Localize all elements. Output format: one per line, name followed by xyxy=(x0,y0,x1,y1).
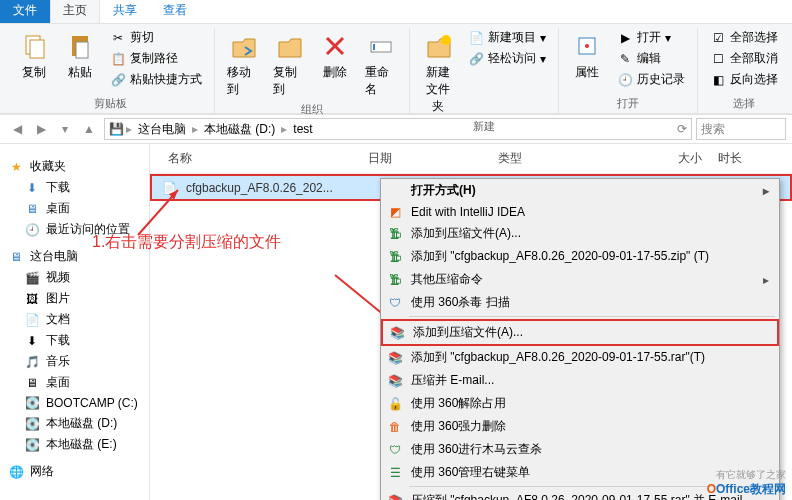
tab-view[interactable]: 查看 xyxy=(150,0,200,23)
recent-icon: 🕘 xyxy=(24,222,40,238)
download-icon: ⬇ xyxy=(24,333,40,349)
history-dropdown[interactable]: ▾ xyxy=(54,118,76,140)
ctx-addzipname[interactable]: 🗜添加到 "cfgbackup_AF8.0.26_2020-09-01-17-5… xyxy=(381,245,779,268)
zip-icon: 🗜 xyxy=(387,272,403,288)
group-clipboard-label: 剪贴板 xyxy=(94,94,127,113)
col-size[interactable]: 大小 xyxy=(610,148,710,169)
ctx-force360[interactable]: 🗑使用 360强力删除 xyxy=(381,415,779,438)
back-button[interactable]: ◀ xyxy=(6,118,28,140)
annotation-arrow-1 xyxy=(133,180,193,240)
ctx-addrar[interactable]: 📚添加到压缩文件(A)... xyxy=(381,319,779,346)
easyaccess-button[interactable]: 🔗轻松访问 ▾ xyxy=(464,49,550,68)
nav-drive-d[interactable]: 💽本地磁盘 (D:) xyxy=(0,413,149,434)
selectall-button[interactable]: ☑全部选择 xyxy=(706,28,782,47)
selectall-icon: ☑ xyxy=(710,30,726,46)
nav-pictures[interactable]: 🖼图片 xyxy=(0,288,149,309)
tab-share[interactable]: 共享 xyxy=(100,0,150,23)
history-icon: 🕘 xyxy=(617,72,633,88)
open-button[interactable]: ▶打开 ▾ xyxy=(613,28,689,47)
edit-button[interactable]: ✎编辑 xyxy=(613,49,689,68)
intellij-icon: ◩ xyxy=(387,204,403,220)
ctx-scan360[interactable]: 🛡使用 360杀毒 扫描 xyxy=(381,291,779,314)
col-type[interactable]: 类型 xyxy=(490,148,610,169)
copypath-button[interactable]: 📋复制路径 xyxy=(106,49,206,68)
crumb-folder[interactable]: test xyxy=(289,122,316,136)
svg-rect-5 xyxy=(373,44,375,50)
copy-button[interactable]: 复制 xyxy=(14,28,54,83)
nav-bootcamp[interactable]: 💽BOOTCAMP (C:) xyxy=(0,393,149,413)
download-icon: ⬇ xyxy=(24,180,40,196)
ctx-trojan360[interactable]: 🛡使用 360进行木马云查杀 xyxy=(381,438,779,461)
group-organize-label: 组织 xyxy=(301,100,323,119)
ctx-unlock360[interactable]: 🔓使用 360解除占用 xyxy=(381,392,779,415)
open-icon: ▶ xyxy=(617,30,633,46)
copy-icon xyxy=(18,30,50,62)
nav-network[interactable]: 🌐网络 xyxy=(0,461,149,482)
ctx-othercompress[interactable]: 🗜其他压缩命令▸ xyxy=(381,268,779,291)
nav-desktop[interactable]: 🖥桌面 xyxy=(0,198,149,219)
tab-home[interactable]: 主页 xyxy=(50,0,100,23)
nav-documents[interactable]: 📄文档 xyxy=(0,309,149,330)
path-icon: 📋 xyxy=(110,51,126,67)
paste-label: 粘贴 xyxy=(68,64,92,81)
ctx-emailrar[interactable]: 📚压缩并 E-mail... xyxy=(381,369,779,392)
ctx-openwith[interactable]: 打开方式(H)▸ xyxy=(381,179,779,202)
group-open-label: 打开 xyxy=(617,94,639,113)
cut-button[interactable]: ✂剪切 xyxy=(106,28,206,47)
nav-desktop2[interactable]: 🖥桌面 xyxy=(0,372,149,393)
svg-rect-1 xyxy=(30,40,44,58)
nav-music[interactable]: 🎵音乐 xyxy=(0,351,149,372)
refresh-button[interactable]: ⟳ xyxy=(677,122,687,136)
desktop-icon: 🖥 xyxy=(24,375,40,391)
ribbon: 复制 粘贴 ✂剪切 📋复制路径 🔗粘贴快捷方式 剪贴板 移动到 复制到 删除 重… xyxy=(0,24,792,114)
ctx-addzip[interactable]: 🗜添加到压缩文件(A)... xyxy=(381,222,779,245)
easyaccess-icon: 🔗 xyxy=(468,51,484,67)
forward-button[interactable]: ▶ xyxy=(30,118,52,140)
ctx-separator xyxy=(409,316,775,317)
paste-button[interactable]: 粘贴 xyxy=(60,28,100,83)
moveto-button[interactable]: 移动到 xyxy=(223,28,263,100)
document-icon: 📄 xyxy=(24,312,40,328)
music-icon: 🎵 xyxy=(24,354,40,370)
drive-icon: 💽 xyxy=(24,416,40,432)
up-button[interactable]: ▲ xyxy=(78,118,100,140)
newitem-icon: 📄 xyxy=(468,30,484,46)
props-button[interactable]: 属性 xyxy=(567,28,607,83)
nav-downloads2[interactable]: ⬇下载 xyxy=(0,330,149,351)
invert-button[interactable]: ◧反向选择 xyxy=(706,70,782,89)
crumb-drive[interactable]: 本地磁盘 (D:) xyxy=(200,121,279,138)
newfolder-button[interactable]: 新建 文件夹 xyxy=(418,28,458,117)
drive-icon: 💽 xyxy=(24,437,40,453)
group-select-label: 选择 xyxy=(733,94,755,113)
nav-favorites[interactable]: ★收藏夹 xyxy=(0,156,149,177)
col-date[interactable]: 日期 xyxy=(360,148,490,169)
col-name[interactable]: 名称 xyxy=(160,148,360,169)
rar-icon: 📚 xyxy=(387,493,403,501)
nav-downloads[interactable]: ⬇下载 xyxy=(0,177,149,198)
pasteshortcut-button[interactable]: 🔗粘贴快捷方式 xyxy=(106,70,206,89)
svg-rect-3 xyxy=(76,42,88,58)
delete-icon xyxy=(319,30,351,62)
group-new: 新建 文件夹 📄新建项目 ▾ 🔗轻松访问 ▾ 新建 xyxy=(410,28,559,113)
ctx-addrarname[interactable]: 📚添加到 "cfgbackup_AF8.0.26_2020-09-01-17-5… xyxy=(381,346,779,369)
col-length[interactable]: 时长 xyxy=(710,148,782,169)
newitem-button[interactable]: 📄新建项目 ▾ xyxy=(464,28,550,47)
copyto-button[interactable]: 复制到 xyxy=(269,28,309,100)
nav-videos[interactable]: 🎬视频 xyxy=(0,267,149,288)
history-button[interactable]: 🕘历史记录 xyxy=(613,70,689,89)
crumb-pc[interactable]: 这台电脑 xyxy=(134,121,190,138)
newfolder-icon xyxy=(422,30,454,62)
selectnone-button[interactable]: ☐全部取消 xyxy=(706,49,782,68)
tab-file[interactable]: 文件 xyxy=(0,0,50,23)
svg-point-6 xyxy=(441,35,451,45)
delete-button[interactable]: 删除 xyxy=(315,28,355,83)
breadcrumb[interactable]: 💾 ▸ 这台电脑 ▸ 本地磁盘 (D:) ▸ test ⟳ xyxy=(104,118,692,140)
paste-icon xyxy=(64,30,96,62)
nav-pane: ★收藏夹 ⬇下载 🖥桌面 🕘最近访问的位置 🖥这台电脑 🎬视频 🖼图片 📄文档 … xyxy=(0,144,150,500)
menu-icon: ☰ xyxy=(387,465,403,481)
rename-button[interactable]: 重命名 xyxy=(361,28,401,100)
search-input[interactable]: 搜索 xyxy=(696,118,786,140)
nav-drive-e[interactable]: 💽本地磁盘 (E:) xyxy=(0,434,149,455)
shield-icon: 🛡 xyxy=(387,295,403,311)
ctx-intellij[interactable]: ◩Edit with IntelliJ IDEA xyxy=(381,202,779,222)
